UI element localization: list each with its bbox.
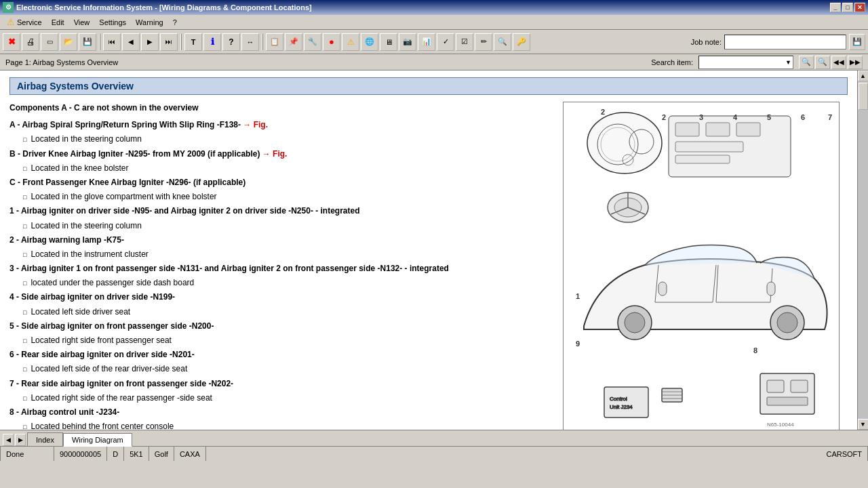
toolbar-frame-btn[interactable]: ▭: [41, 33, 58, 51]
svg-text:N65-10044: N65-10044: [767, 422, 794, 428]
sub-item: □ Located in the knee bolster: [23, 162, 556, 175]
svg-rect-7: [675, 123, 699, 136]
toolbar-prev-btn[interactable]: ◀: [122, 33, 140, 51]
menu-label-help: ?: [173, 18, 177, 26]
toolbar-check2-btn[interactable]: ☑: [456, 33, 473, 51]
toolbar-tool-btn[interactable]: 🔧: [304, 33, 321, 51]
item-label: 2 - Airbag warning lamp -K75-: [9, 234, 124, 247]
minimize-button[interactable]: _: [830, 3, 841, 12]
text-section: Components A - C are not shown in the ov…: [9, 102, 563, 430]
sub-item-text: Located in the steering column: [31, 133, 141, 146]
fig-link-b[interactable]: → Fig.: [262, 149, 288, 159]
list-item: 8 - Airbag control unit -J234-: [9, 406, 556, 419]
svg-rect-29: [604, 387, 648, 418]
toolbar-text-btn[interactable]: T: [184, 33, 202, 51]
menu-label-settings: Settings: [99, 18, 126, 26]
toolbar-key-btn[interactable]: 🔑: [513, 33, 530, 51]
svg-rect-9: [736, 123, 760, 136]
toolbar-next-btn[interactable]: ▶: [141, 33, 159, 51]
menu-item-warning[interactable]: Warning: [132, 17, 167, 28]
scroll-down-btn[interactable]: ▼: [858, 419, 869, 430]
tab-index[interactable]: Index: [27, 432, 63, 446]
toolbar-stop-btn[interactable]: ✖: [3, 33, 20, 51]
tab-index-label: Index: [36, 436, 54, 444]
status-golf: Golf: [149, 447, 174, 461]
app-icon: ⚙: [3, 2, 14, 13]
toolbar-monitor-btn[interactable]: 🖥: [380, 33, 397, 51]
status-code-text: 9000000005: [60, 450, 101, 458]
menu-item-help[interactable]: ?: [169, 17, 181, 28]
scroll-thumb[interactable]: [859, 83, 868, 110]
svg-rect-38: [791, 380, 808, 392]
toolbar-globe-btn[interactable]: 🌐: [361, 33, 378, 51]
search-prev-btn[interactable]: 🔍: [799, 56, 814, 69]
list-item: 6 - Rear side airbag igniter on driver s…: [9, 348, 556, 361]
svg-text:1: 1: [576, 292, 580, 300]
toolbar-sep-1: [99, 34, 100, 50]
menu-bar: ⚠ Service Edit View Settings Warning ?: [0, 15, 868, 30]
nav-right-btn[interactable]: ▶▶: [848, 56, 863, 69]
toolbar-help-btn[interactable]: ?: [222, 33, 240, 51]
sub-item: □ Located behind the front center consol…: [23, 420, 556, 430]
tab-nav-right-btn[interactable]: ▶: [15, 434, 26, 446]
toolbar-info-btn[interactable]: ℹ: [203, 33, 221, 51]
sub-item-text: Located in the knee bolster: [31, 162, 128, 175]
toolbar-search-btn[interactable]: 🔍: [494, 33, 511, 51]
list-item: 5 - Side airbag igniter on front passeng…: [9, 320, 556, 333]
svg-rect-39: [767, 397, 808, 405]
toolbar-exchange-btn[interactable]: ↔: [241, 33, 259, 51]
close-button[interactable]: ✕: [854, 3, 865, 12]
job-note-input[interactable]: [724, 35, 846, 49]
svg-point-26: [777, 312, 797, 333]
diagram-container: 2 3 4 5 6 7: [563, 102, 840, 430]
toolbar-chart-btn[interactable]: 📊: [418, 33, 435, 51]
page-title: Airbag Systems Overview: [17, 81, 840, 92]
svg-rect-27: [658, 282, 667, 296]
address-bar: Page 1: Airbag Systems Overview Search i…: [0, 54, 868, 70]
search-exec-btn[interactable]: 🔍: [815, 56, 830, 69]
tab-nav-left-btn[interactable]: ◀: [3, 434, 14, 446]
toolbar-list2-btn[interactable]: 📌: [285, 33, 302, 51]
item-label: 3 - Airbag igniter 1 on front passenger …: [9, 262, 449, 275]
status-code: 9000000005: [54, 447, 107, 461]
toolbar-list1-btn[interactable]: 📋: [266, 33, 283, 51]
toolbar-camera-btn[interactable]: 📷: [399, 33, 416, 51]
svg-text:3: 3: [699, 113, 703, 121]
page-title-header: Airbag Systems Overview: [9, 77, 848, 95]
search-combo[interactable]: ▼: [698, 56, 793, 69]
maximize-button[interactable]: □: [842, 3, 853, 12]
item-label: 1 - Airbag igniter on driver side -N95- …: [9, 205, 360, 218]
title-bar-controls: _ □ ✕: [830, 3, 865, 12]
tab-bar: ◀ ▶ Index Wiring Diagram: [0, 430, 868, 446]
status-d: D: [107, 447, 124, 461]
nav-left-btn[interactable]: ◀◀: [831, 56, 846, 69]
toolbar-folder-btn[interactable]: 📂: [60, 33, 77, 51]
sub-bullet-icon: □: [23, 279, 26, 288]
item-label: 6 - Rear side airbag igniter on driver s…: [9, 348, 195, 361]
toolbar-save-btn[interactable]: 💾: [79, 33, 96, 51]
menu-item-edit[interactable]: Edit: [47, 17, 68, 28]
toolbar-first-btn[interactable]: ⏮: [103, 33, 121, 51]
menu-item-service[interactable]: ⚠ Service: [3, 16, 46, 28]
menu-item-view[interactable]: View: [70, 17, 94, 28]
status-5k1-text: 5K1: [130, 450, 143, 458]
toolbar-check1-btn[interactable]: ✓: [437, 33, 454, 51]
status-brand-text: CARSOFT: [826, 450, 862, 458]
sub-item: □ Located right side front passenger sea…: [23, 334, 556, 347]
vertical-scrollbar[interactable]: ▲ ▼: [857, 70, 868, 430]
sub-item-text: Located in the glove compartment with kn…: [31, 190, 216, 203]
toolbar-warn-btn[interactable]: ⚠: [342, 33, 359, 51]
toolbar-edit-btn[interactable]: ✏: [475, 33, 492, 51]
toolbar-red-btn[interactable]: ●: [323, 33, 340, 51]
content-area: Airbag Systems Overview Components A - C…: [0, 70, 857, 430]
scroll-up-btn[interactable]: ▲: [858, 70, 869, 81]
toolbar-last-btn[interactable]: ⏭: [160, 33, 178, 51]
tab-wiring-diagram[interactable]: Wiring Diagram: [63, 433, 132, 447]
status-d-text: D: [113, 450, 118, 458]
fig-link-a[interactable]: → Fig.: [243, 120, 268, 129]
toolbar-print-btn[interactable]: 🖨: [22, 33, 39, 51]
toolbar-sep-2: [180, 34, 182, 50]
menu-item-settings[interactable]: Settings: [95, 17, 130, 28]
job-note-save-btn[interactable]: 💾: [849, 34, 865, 50]
menu-label-warning: Warning: [136, 18, 163, 26]
